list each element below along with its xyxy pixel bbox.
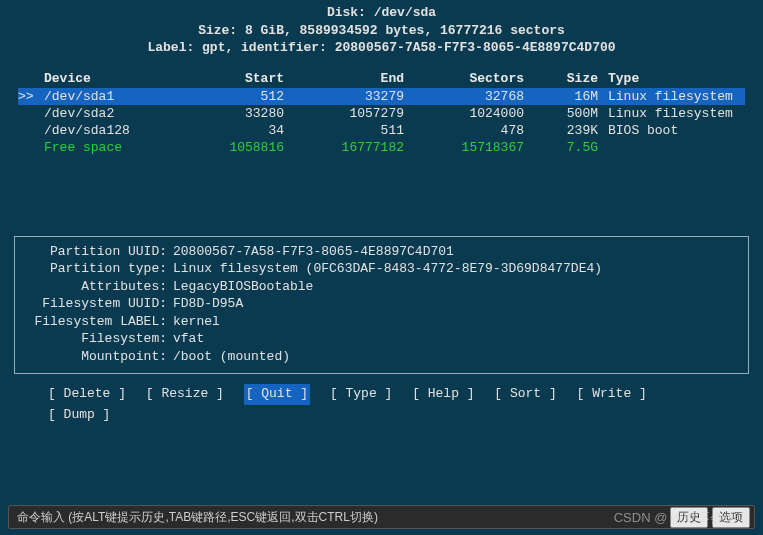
table-row[interactable]: /dev/sda12834511478239KBIOS boot (18, 122, 745, 139)
filesystem-value: vfat (173, 330, 740, 348)
table-row[interactable]: Free space105881616777182157183677.5G (18, 139, 745, 156)
row-size: 7.5G (524, 140, 604, 155)
row-device: /dev/sda1 (44, 89, 174, 104)
row-mark (18, 123, 44, 138)
row-type: BIOS boot (604, 123, 745, 138)
command-bar[interactable]: 命令输入 (按ALT键提示历史,TAB键路径,ESC键返回,双击CTRL切换) … (8, 505, 755, 529)
col-type: Type (604, 71, 745, 86)
row-sectors: 15718367 (404, 140, 524, 155)
row-sectors: 478 (404, 123, 524, 138)
history-button[interactable]: 历史 (670, 507, 708, 528)
partition-type-label: Partition type: (23, 260, 173, 278)
row-device: /dev/sda2 (44, 106, 174, 121)
row-end: 33279 (284, 89, 404, 104)
menu-write[interactable]: [ Write ] (577, 384, 647, 405)
row-type: Linux filesystem (604, 106, 745, 121)
menu-resize[interactable]: [ Resize ] (146, 384, 224, 405)
table-row[interactable]: >>/dev/sda1512332793276816MLinux filesys… (18, 88, 745, 105)
disk-size-line: Size: 8 GiB, 8589934592 bytes, 16777216 … (0, 22, 763, 40)
row-type (604, 140, 745, 155)
disk-title: Disk: /dev/sda (0, 4, 763, 22)
row-size: 239K (524, 123, 604, 138)
row-type: Linux filesystem (604, 89, 745, 104)
row-mark: >> (18, 89, 44, 104)
menu-delete[interactable]: [ Delete ] (48, 384, 126, 405)
fs-uuid-label: Filesystem UUID: (23, 295, 173, 313)
menu-help[interactable]: [ Help ] (412, 384, 474, 405)
command-hint: 命令输入 (按ALT键提示历史,TAB键路径,ESC键返回,双击CTRL切换) (9, 509, 670, 526)
row-end: 16777182 (284, 140, 404, 155)
disk-header: Disk: /dev/sda Size: 8 GiB, 8589934592 b… (0, 4, 763, 69)
row-size: 500M (524, 106, 604, 121)
col-sectors: Sectors (404, 71, 524, 86)
action-menu: [ Delete ] [ Resize ] [ Quit ] [ Type ] … (0, 374, 763, 432)
col-size: Size (524, 71, 604, 86)
filesystem-label: Filesystem: (23, 330, 173, 348)
menu-type[interactable]: [ Type ] (330, 384, 392, 405)
row-mark (18, 106, 44, 121)
fs-label-label: Filesystem LABEL: (23, 313, 173, 331)
row-sectors: 32768 (404, 89, 524, 104)
mountpoint-label: Mountpoint: (23, 348, 173, 366)
mountpoint-value: /boot (mounted) (173, 348, 740, 366)
row-end: 511 (284, 123, 404, 138)
row-device: /dev/sda128 (44, 123, 174, 138)
terminal-window: Disk: /dev/sda Size: 8 GiB, 8589934592 b… (0, 0, 763, 432)
row-device: Free space (44, 140, 174, 155)
attributes-label: Attributes: (23, 278, 173, 296)
options-button[interactable]: 选项 (712, 507, 750, 528)
row-sectors: 1024000 (404, 106, 524, 121)
fs-uuid-value: FD8D-D95A (173, 295, 740, 313)
table-header: Device Start End Sectors Size Type (18, 69, 745, 88)
col-start: Start (174, 71, 284, 86)
menu-quit[interactable]: [ Quit ] (244, 384, 310, 405)
col-device: Device (44, 71, 174, 86)
row-start: 33280 (174, 106, 284, 121)
attributes-value: LegacyBIOSBootable (173, 278, 740, 296)
row-mark (18, 140, 44, 155)
menu-dump[interactable]: [ Dump ] (48, 405, 110, 426)
menu-sort[interactable]: [ Sort ] (494, 384, 556, 405)
partition-type-value: Linux filesystem (0FC63DAF-8483-4772-8E7… (173, 260, 740, 278)
disk-label-line: Label: gpt, identifier: 20800567-7A58-F7… (0, 39, 763, 57)
partition-uuid-value: 20800567-7A58-F7F3-8065-4E8897C4D701 (173, 243, 740, 261)
fs-label-value: kernel (173, 313, 740, 331)
table-row[interactable]: /dev/sda23328010572791024000500MLinux fi… (18, 105, 745, 122)
partition-table: Device Start End Sectors Size Type >>/de… (0, 69, 763, 156)
col-end: End (284, 71, 404, 86)
row-start: 34 (174, 123, 284, 138)
row-start: 512 (174, 89, 284, 104)
row-size: 16M (524, 89, 604, 104)
row-start: 1058816 (174, 140, 284, 155)
row-end: 1057279 (284, 106, 404, 121)
partition-details: Partition UUID:20800567-7A58-F7F3-8065-4… (14, 236, 749, 375)
partition-uuid-label: Partition UUID: (23, 243, 173, 261)
